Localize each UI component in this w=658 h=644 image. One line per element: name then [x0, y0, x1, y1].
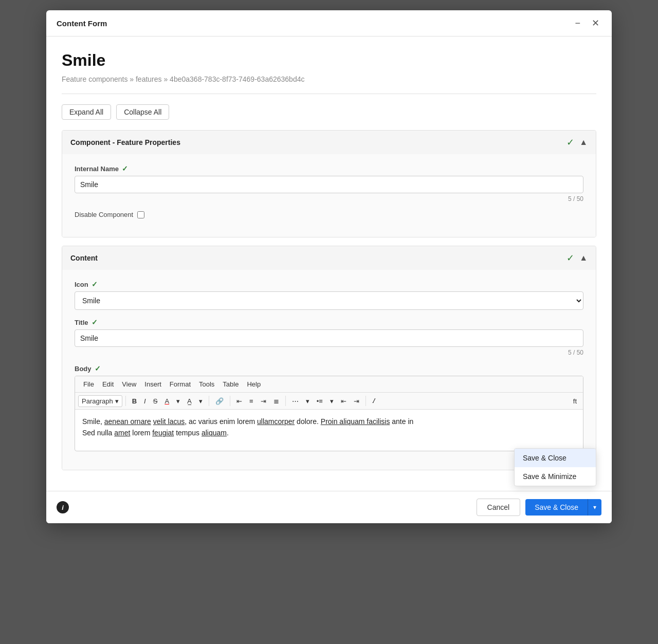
rte-fullscreen-button[interactable]: ft [570, 395, 580, 407]
disable-component-field-group: Disable Component [75, 211, 583, 218]
internal-name-label-text: Internal Name [75, 165, 119, 173]
title-input[interactable] [75, 329, 583, 347]
rte-menu-insert[interactable]: Insert [140, 378, 166, 390]
content-section-icons: ✓ ▲ [566, 252, 588, 264]
title-check-icon: ✓ [92, 318, 98, 326]
rte-content[interactable]: Smile, aenean ornare velit lacus, ac var… [75, 410, 583, 451]
rte-menu-tools[interactable]: Tools [195, 378, 218, 390]
icon-check-icon: ✓ [92, 280, 98, 288]
rte-align-right-button[interactable]: ⇥ [258, 395, 269, 407]
internal-name-check-icon: ✓ [122, 164, 128, 173]
icon-label: Icon ✓ [75, 280, 583, 288]
paragraph-style-label: Paragraph [82, 397, 113, 405]
title-label: Title ✓ [75, 318, 583, 326]
title-label-text: Title [75, 319, 88, 326]
rte-menu-view[interactable]: View [118, 378, 140, 390]
rte-toolbar: Paragraph ▾ B I S A ▾ A̲ ▾ [75, 393, 583, 410]
body-label-text: Body [75, 365, 92, 373]
toolbar-sep-2 [209, 396, 209, 406]
close-button[interactable]: ✕ [590, 17, 601, 29]
feature-properties-header[interactable]: Component - Feature Properties ✓ ▲ [62, 131, 596, 154]
toolbar-sep-4 [285, 396, 286, 406]
modal-controls: − ✕ [573, 17, 601, 29]
disable-component-checkbox[interactable] [137, 211, 144, 218]
footer-actions: Cancel Save & Close ▾ [477, 499, 601, 516]
rte-unordered-list-arrow[interactable]: ▾ [327, 395, 337, 407]
rte-outdent-button[interactable]: ⇤ [338, 395, 350, 407]
modal-footer: i Cancel Save & Close ▾ [46, 491, 612, 523]
internal-name-input[interactable] [75, 176, 583, 193]
rte-indent-button[interactable]: ⇥ [351, 395, 362, 407]
internal-name-counter: 5 / 50 [75, 195, 583, 203]
rte-ordered-list-button[interactable]: ⋯ [289, 395, 302, 407]
content-form-modal: Content Form − ✕ Smile Feature component… [46, 10, 612, 523]
rte-menu-file[interactable]: File [79, 378, 98, 390]
cancel-button[interactable]: Cancel [477, 499, 521, 516]
content-section-check-icon: ✓ [566, 252, 574, 264]
feature-properties-body: Internal Name ✓ 5 / 50 Disable Component [62, 154, 596, 237]
disable-component-label: Disable Component [75, 211, 133, 218]
save-minimize-option[interactable]: Save & Minimize [515, 467, 596, 486]
content-section-chevron-icon: ▲ [579, 253, 588, 263]
feature-properties-icons: ✓ ▲ [566, 137, 588, 148]
modal-body: Smile Feature components » features » 4b… [46, 36, 612, 491]
save-close-button[interactable]: Save & Close [525, 499, 588, 516]
rte-menu-format[interactable]: Format [166, 378, 195, 390]
title-counter: 5 / 50 [75, 349, 583, 356]
minimize-button[interactable]: − [573, 17, 582, 29]
save-close-option[interactable]: Save & Close [515, 449, 596, 467]
rich-text-editor: File Edit View Insert Format Tools Table… [75, 376, 583, 451]
content-section-body: Icon ✓ Smile Title ✓ 5 / 50 [62, 270, 596, 470]
toolbar-sep-5 [365, 396, 366, 406]
rte-bold-button[interactable]: B [129, 395, 140, 407]
content-section: Content ✓ ▲ Icon ✓ Smile [62, 246, 596, 470]
rte-menu-help[interactable]: Help [243, 378, 265, 390]
modal-header: Content Form − ✕ [46, 10, 612, 36]
rte-highlight-arrow[interactable]: ▾ [196, 395, 206, 407]
rte-menu-edit[interactable]: Edit [98, 378, 118, 390]
save-button-group: Save & Close ▾ [525, 499, 601, 516]
rte-font-color-arrow[interactable]: ▾ [173, 395, 183, 407]
paragraph-style-select[interactable]: Paragraph ▾ [78, 395, 122, 407]
icon-select[interactable]: Smile [75, 291, 583, 310]
rte-align-justify-button[interactable]: ≣ [270, 395, 282, 407]
rte-strikethrough-button[interactable]: S [150, 395, 161, 407]
rte-ordered-list-arrow[interactable]: ▾ [303, 395, 313, 407]
rte-unordered-list-button[interactable]: •≡ [314, 395, 326, 407]
rte-link-button[interactable]: 🔗 [212, 395, 227, 407]
content-section-header[interactable]: Content ✓ ▲ [62, 246, 596, 270]
feature-properties-title: Component - Feature Properties [70, 138, 180, 146]
divider [62, 94, 596, 94]
internal-name-label: Internal Name ✓ [75, 164, 583, 173]
save-dropdown-popup: Save & Close Save & Minimize [514, 448, 596, 486]
rte-menu-table[interactable]: Table [218, 378, 243, 390]
rte-align-left-button[interactable]: ⇤ [233, 395, 245, 407]
feature-properties-chevron-icon: ▲ [579, 138, 588, 147]
internal-name-field-group: Internal Name ✓ 5 / 50 [75, 164, 583, 203]
collapse-all-button[interactable]: Collapse All [116, 104, 169, 120]
paragraph-style-arrow: ▾ [115, 397, 119, 405]
expand-collapse-toolbar: Expand All Collapse All [62, 104, 596, 120]
info-button[interactable]: i [57, 501, 69, 513]
rte-clear-format-button[interactable]: 𝐼 [369, 395, 377, 407]
content-section-title: Content [70, 254, 98, 262]
rte-align-center-button[interactable]: ≡ [246, 395, 257, 407]
rte-font-color-button[interactable]: A [161, 395, 172, 407]
icon-field-group: Icon ✓ Smile [75, 280, 583, 310]
rte-menubar: File Edit View Insert Format Tools Table… [75, 376, 583, 393]
modal-title: Content Form [57, 19, 107, 28]
rte-highlight-button[interactable]: A̲ [184, 395, 195, 407]
breadcrumb: Feature components » features » 4be0a368… [62, 75, 596, 83]
feature-properties-check-icon: ✓ [566, 137, 574, 148]
toolbar-sep-3 [230, 396, 230, 406]
body-label: Body ✓ [75, 364, 583, 373]
toolbar-sep-1 [125, 396, 126, 406]
icon-label-text: Icon [75, 281, 88, 288]
page-title: Smile [62, 51, 596, 70]
rte-italic-button[interactable]: I [141, 395, 149, 407]
expand-all-button[interactable]: Expand All [62, 104, 111, 120]
body-field-group: Body ✓ File Edit View Insert Format Tool… [75, 364, 583, 451]
title-field-group: Title ✓ 5 / 50 [75, 318, 583, 356]
feature-properties-section: Component - Feature Properties ✓ ▲ Inter… [62, 130, 596, 237]
save-close-arrow-button[interactable]: ▾ [588, 499, 601, 516]
